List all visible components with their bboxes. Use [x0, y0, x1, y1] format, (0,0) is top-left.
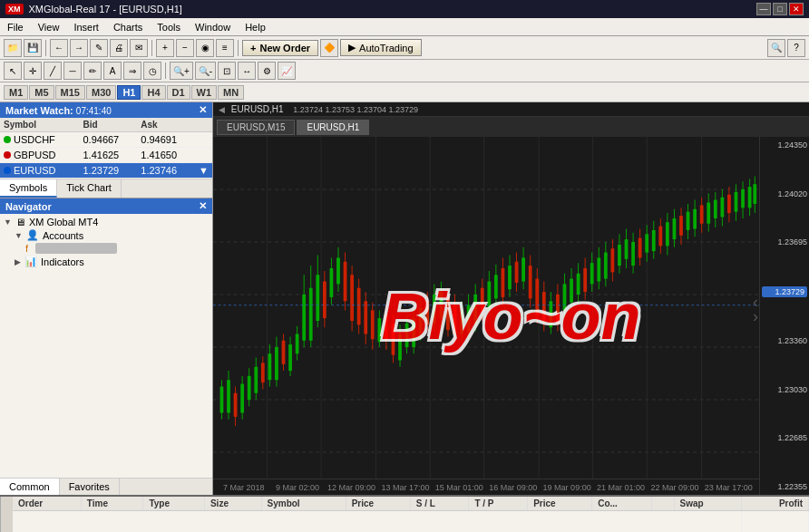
- toolbar-btn-2[interactable]: 💾: [24, 39, 42, 57]
- price-label: 1.23695: [762, 237, 807, 247]
- menu-insert[interactable]: Insert: [66, 20, 106, 34]
- tf-h1[interactable]: H1: [117, 85, 141, 100]
- new-order-button[interactable]: + New Order: [242, 40, 318, 56]
- tb2-periods[interactable]: ◷: [143, 62, 161, 80]
- tb2-pen[interactable]: ✏: [83, 62, 102, 80]
- chart-tabs: EURUSD,M15 EURUSD,H1: [213, 117, 809, 137]
- profit-value: 0.00: [741, 511, 808, 533]
- list-item[interactable]: USDCHF 0.94667 0.94691: [0, 132, 212, 148]
- chart-prices: 1.23724 1.23753 1.23704 1.23729: [293, 105, 418, 114]
- th-profit: Profit: [741, 497, 808, 511]
- col-scroll: [195, 118, 212, 132]
- navigator-close[interactable]: ✕: [199, 200, 207, 212]
- new-order-icon: +: [250, 43, 256, 53]
- tb2-arrow[interactable]: ⇒: [123, 62, 141, 80]
- th-price2: Price: [528, 497, 592, 511]
- toolbar-btn-12[interactable]: 🔶: [320, 39, 338, 57]
- tf-m30[interactable]: M30: [86, 85, 116, 100]
- toolbar-btn-3[interactable]: ←: [50, 39, 68, 57]
- time-label: 12 Mar 09:00: [325, 483, 378, 492]
- price-label: 1.23030: [762, 385, 807, 394]
- menu-window[interactable]: Window: [188, 20, 238, 34]
- toolbar-btn-7[interactable]: ✉: [130, 39, 148, 57]
- toolbar-btn-1[interactable]: 📁: [4, 39, 22, 57]
- nav-item-indicators[interactable]: ▶ 📊 Indicators: [2, 255, 210, 268]
- nav-tab-favorites[interactable]: Favorites: [60, 479, 120, 495]
- tf-d1[interactable]: D1: [167, 85, 190, 100]
- tb2-line[interactable]: ╱: [44, 62, 62, 80]
- tf-w1[interactable]: W1: [191, 85, 218, 100]
- tb2-cursor[interactable]: ↖: [4, 62, 22, 80]
- nav-item-xmglobal[interactable]: ▼ 🖥 XM Global MT4: [2, 216, 210, 228]
- menu-view[interactable]: View: [31, 20, 67, 34]
- search-button[interactable]: 🔍: [767, 39, 785, 57]
- chart-tab-h1[interactable]: EURUSD,H1: [297, 120, 369, 135]
- th-time: Time: [81, 497, 143, 511]
- auto-trading-icon: ▶: [348, 42, 356, 53]
- title-bar-controls[interactable]: — □ ✕: [756, 3, 804, 15]
- market-watch-time: 07:41:40: [76, 106, 112, 116]
- tab-symbols[interactable]: Symbols: [0, 179, 57, 198]
- close-button[interactable]: ✕: [789, 3, 804, 15]
- menu-tools[interactable]: Tools: [150, 20, 188, 34]
- toolbar-btn-11[interactable]: ≡: [216, 39, 234, 57]
- price-label: 1.24020: [762, 189, 807, 198]
- tab-tick-chart[interactable]: Tick Chart: [57, 179, 122, 198]
- nav-item-accounts[interactable]: ▼ 👤 Accounts: [2, 228, 210, 242]
- toolbar-btn-8[interactable]: +: [156, 39, 174, 57]
- title-bar: XM XMGlobal-Real 17 - [EURUSD,H1] — □ ✕: [0, 0, 809, 18]
- toolbar-btn-9[interactable]: −: [176, 39, 194, 57]
- navigator-header: Navigator ✕: [0, 198, 212, 214]
- tb2-indicators[interactable]: 📈: [278, 62, 296, 80]
- list-item[interactable]: EURUSD 1.23729 1.23746 ▼: [0, 163, 212, 179]
- minimize-button[interactable]: —: [756, 3, 771, 15]
- list-item[interactable]: GBPUSD 1.41625 1.41650: [0, 148, 212, 163]
- tf-m5[interactable]: M5: [29, 85, 54, 100]
- toolbar-btn-6[interactable]: 🖨: [110, 39, 128, 57]
- nav-icon-monitor: 🖥: [15, 217, 25, 227]
- tf-m1[interactable]: M1: [4, 85, 28, 100]
- tb2-fit[interactable]: ⊡: [218, 62, 236, 80]
- market-watch-close[interactable]: ✕: [199, 104, 207, 116]
- price-label: 1.24350: [762, 140, 807, 150]
- toolbar1: 📁 💾 ← → ✎ 🖨 ✉ + − ◉ ≡ + New Order 🔶 ▶ Au…: [0, 36, 809, 60]
- toolbar-btn-5[interactable]: ✎: [90, 39, 108, 57]
- menu-help[interactable]: Help: [238, 20, 273, 34]
- tb2-zoom-in[interactable]: 🔍+: [170, 62, 193, 80]
- price-label: 1.22685: [762, 433, 807, 442]
- help-button[interactable]: ?: [787, 39, 805, 57]
- terminal-content: Order Time Type Size Symbol Price S / L …: [13, 497, 809, 532]
- tb2-zoom-out[interactable]: 🔍-: [195, 62, 216, 80]
- toolbar2: ↖ ✛ ╱ ─ ✏ A ⇒ ◷ 🔍+ 🔍- ⊡ ↔ ⚙ 📈: [0, 60, 809, 82]
- tb2-hline[interactable]: ─: [63, 62, 82, 80]
- time-label: 21 Mar 01:00: [594, 483, 648, 492]
- menu-file[interactable]: File: [0, 20, 31, 34]
- chart-canvas[interactable]: 1.24350 1.24020 1.23695 1.23729 1.23360 …: [213, 137, 809, 495]
- maximize-button[interactable]: □: [773, 3, 787, 15]
- nav-arrow-indicators: ▶: [15, 257, 21, 266]
- market-watch-header: Market Watch: 07:41:40 ✕: [0, 102, 212, 118]
- toolbar-btn-4[interactable]: →: [70, 39, 88, 57]
- toolbar-btn-10[interactable]: ◉: [196, 39, 214, 57]
- tb2-crosshair[interactable]: ✛: [24, 62, 42, 80]
- nav-item-account[interactable]: f: [2, 242, 210, 255]
- price-scale: 1.24350 1.24020 1.23695 1.23729 1.23360 …: [759, 137, 809, 495]
- terminal-empty-row: 0.00: [13, 511, 809, 533]
- time-label: 9 Mar 02:00: [270, 483, 324, 492]
- market-watch-table: Symbol Bid Ask USDCHF 0.94667 0.94691 GB: [0, 118, 212, 179]
- chart-scroll-left[interactable]: ‹: [753, 292, 758, 311]
- auto-trading-button[interactable]: ▶ AutoTrading: [340, 39, 422, 56]
- tb2-text[interactable]: A: [103, 62, 122, 80]
- tb2-properties[interactable]: ⚙: [258, 62, 276, 80]
- chart-title: ◀ EURUSD,H1 1.23724 1.23753 1.23704 1.23…: [213, 102, 809, 117]
- tf-h4[interactable]: H4: [141, 85, 165, 100]
- nav-tab-common[interactable]: Common: [0, 479, 60, 495]
- timeframe-bar: M1 M5 M15 M30 H1 H4 D1 W1 MN: [0, 82, 809, 102]
- tf-m15[interactable]: M15: [55, 85, 85, 100]
- th-type: Type: [143, 497, 205, 511]
- tb2-scroll[interactable]: ↔: [238, 62, 256, 80]
- chart-tab-m15[interactable]: EURUSD,M15: [217, 120, 295, 135]
- tf-mn[interactable]: MN: [218, 85, 244, 100]
- col-ask: Ask: [137, 118, 195, 132]
- menu-charts[interactable]: Charts: [106, 20, 150, 34]
